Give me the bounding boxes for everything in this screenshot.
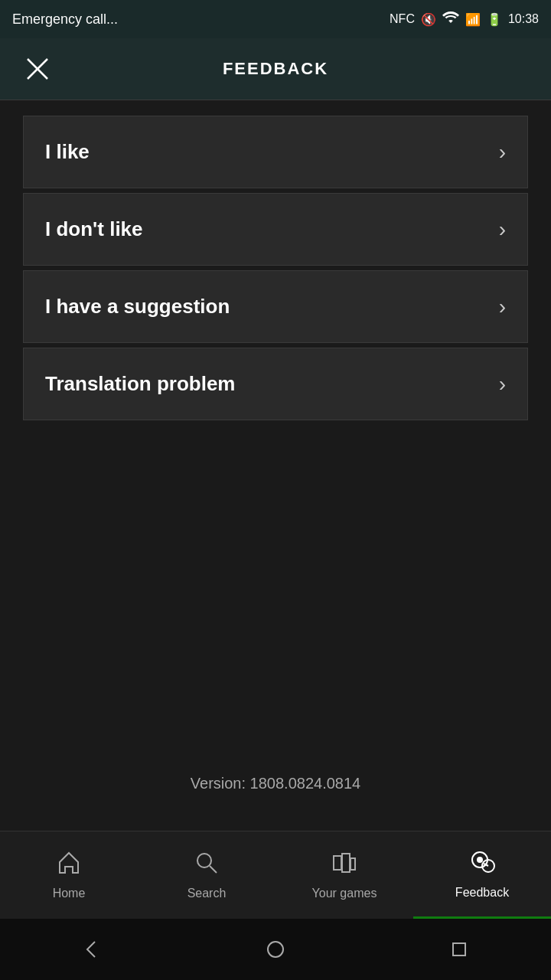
emergency-call-text: Emergency call... [12, 11, 118, 28]
feedback-item-i-have-suggestion[interactable]: I have a suggestion › [23, 270, 528, 343]
android-home-button[interactable] [253, 926, 298, 972]
bottom-nav: Home Search Your games [0, 831, 551, 919]
battery-icon: 🔋 [487, 12, 502, 27]
nfc-icon: NFC [390, 12, 415, 26]
nav-item-your-games[interactable]: Your games [276, 831, 413, 919]
feedback-item-i-like[interactable]: I like › [23, 116, 528, 188]
sim-icon: 📶 [465, 12, 481, 27]
svg-rect-5 [342, 854, 350, 872]
version-text: Version: 1808.0824.0814 [23, 752, 528, 815]
svg-rect-12 [453, 943, 465, 956]
android-recents-button[interactable] [436, 926, 482, 972]
svg-line-3 [210, 866, 217, 873]
feedback-item-label: I have a suggestion [45, 295, 230, 318]
svg-point-11 [268, 942, 283, 957]
nav-item-search[interactable]: Search [138, 831, 276, 919]
chevron-right-icon: › [499, 140, 506, 165]
close-button[interactable] [18, 50, 57, 88]
chevron-right-icon: › [499, 295, 506, 319]
feedback-item-label: Translation problem [45, 372, 236, 396]
android-back-button[interactable] [69, 926, 115, 972]
status-icons: NFC 🔇 📶 🔋 10:38 [390, 11, 539, 28]
mute-icon: 🔇 [421, 12, 436, 27]
status-bar: Emergency call... NFC 🔇 📶 🔋 10:38 [0, 0, 551, 38]
nav-item-home[interactable]: Home [0, 831, 138, 919]
svg-point-2 [197, 854, 211, 867]
android-nav-bar [0, 919, 551, 980]
feedback-item-label: I don't like [45, 217, 143, 241]
nav-label-home: Home [53, 887, 86, 900]
search-icon [194, 850, 220, 882]
feedback-item-i-dont-like[interactable]: I don't like › [23, 193, 528, 266]
home-icon [56, 850, 82, 882]
nav-label-search: Search [187, 887, 227, 900]
svg-rect-4 [334, 856, 341, 870]
svg-rect-6 [350, 858, 355, 870]
main-content: I like › I don't like › I have a suggest… [0, 100, 551, 831]
chevron-right-icon: › [499, 217, 506, 242]
feedback-nav-icon [469, 849, 495, 881]
feedback-item-translation-problem[interactable]: Translation problem › [23, 348, 528, 420]
wifi-icon [442, 11, 459, 28]
nav-label-your-games: Your games [312, 887, 377, 900]
feedback-item-label: I like [45, 140, 90, 164]
nav-item-feedback[interactable]: Feedback [413, 831, 551, 919]
feedback-list: I like › I don't like › I have a suggest… [23, 116, 528, 420]
time-display: 10:38 [508, 12, 539, 26]
svg-point-10 [478, 858, 482, 862]
app-header: FEEDBACK [0, 38, 551, 100]
page-title: FEEDBACK [223, 59, 328, 79]
nav-label-feedback: Feedback [455, 886, 509, 900]
games-icon [331, 850, 357, 882]
chevron-right-icon: › [499, 372, 506, 397]
